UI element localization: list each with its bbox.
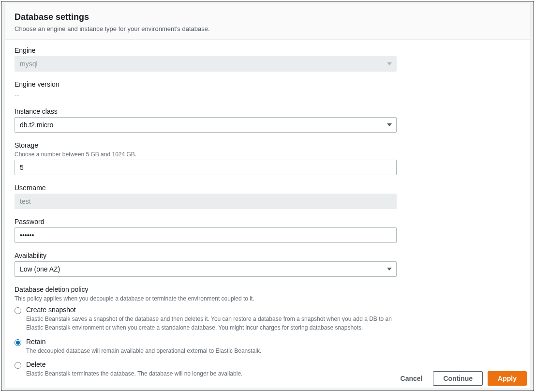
radio-retain[interactable]	[15, 339, 21, 346]
deletion-policy-hint: This policy applies when you decouple a …	[15, 295, 397, 302]
storage-hint: Choose a number between 5 GB and 1024 GB…	[15, 151, 397, 158]
form-section: Engine Engine version -- Instance class …	[4, 40, 531, 388]
storage-input[interactable]	[15, 160, 397, 175]
radio-option-create-snapshot[interactable]: Create snapshot Elastic Beanstalk saves …	[15, 306, 397, 332]
radio-option-retain[interactable]: Retain The decoupled database will remai…	[15, 338, 397, 355]
engine-version-field-group: Engine version --	[15, 80, 397, 99]
radio-desc-create-snapshot: Elastic Beanstalk saves a snapshot of th…	[26, 316, 392, 331]
apply-button[interactable]: Apply	[488, 371, 527, 386]
deletion-policy-label: Database deletion policy	[15, 286, 397, 293]
engine-select	[15, 56, 397, 72]
engine-label: Engine	[15, 46, 397, 54]
engine-select-wrapper	[15, 56, 397, 72]
storage-label: Storage	[15, 141, 397, 149]
instance-class-select-wrapper[interactable]	[15, 117, 397, 133]
radio-label-retain: Retain	[26, 338, 397, 346]
radio-label-create-snapshot: Create snapshot	[26, 306, 397, 314]
password-input[interactable]	[15, 227, 397, 243]
radio-create-snapshot[interactable]	[15, 307, 21, 314]
instance-class-label: Instance class	[15, 107, 397, 115]
header-section: Database settings Choose an engine and i…	[4, 3, 531, 40]
radio-delete[interactable]	[15, 362, 21, 369]
storage-field-group: Storage Choose a number between 5 GB and…	[15, 141, 397, 175]
availability-field-group: Availability	[15, 252, 397, 277]
availability-select-wrapper[interactable]	[15, 261, 397, 277]
radio-desc-retain: The decoupled database will remain avail…	[26, 347, 261, 354]
footer-buttons: Cancel Continue Apply	[395, 371, 527, 386]
instance-class-field-group: Instance class	[15, 107, 397, 133]
continue-button[interactable]: Continue	[433, 371, 483, 386]
username-field-group: Username	[15, 184, 397, 209]
deletion-policy-field-group: Database deletion policy This policy app…	[15, 286, 397, 378]
engine-field-group: Engine	[15, 46, 397, 72]
password-field-group: Password	[15, 218, 397, 243]
engine-version-label: Engine version	[15, 80, 397, 88]
availability-select[interactable]	[15, 261, 397, 277]
availability-label: Availability	[15, 252, 397, 259]
instance-class-select[interactable]	[15, 117, 397, 133]
username-label: Username	[15, 184, 397, 192]
database-settings-panel: Database settings Choose an engine and i…	[1, 1, 534, 391]
page-title: Database settings	[15, 12, 520, 22]
radio-option-delete[interactable]: Delete Elastic Beanstalk terminates the …	[15, 361, 397, 378]
username-input	[15, 194, 397, 209]
password-label: Password	[15, 218, 397, 226]
cancel-button[interactable]: Cancel	[395, 371, 429, 386]
radio-label-delete: Delete	[26, 361, 397, 368]
engine-version-value: --	[15, 90, 397, 99]
deletion-policy-radio-group: Create snapshot Elastic Beanstalk saves …	[15, 306, 397, 378]
page-subtitle: Choose an engine and instance type for y…	[15, 25, 520, 32]
radio-desc-delete: Elastic Beanstalk terminates the databas…	[26, 370, 242, 377]
